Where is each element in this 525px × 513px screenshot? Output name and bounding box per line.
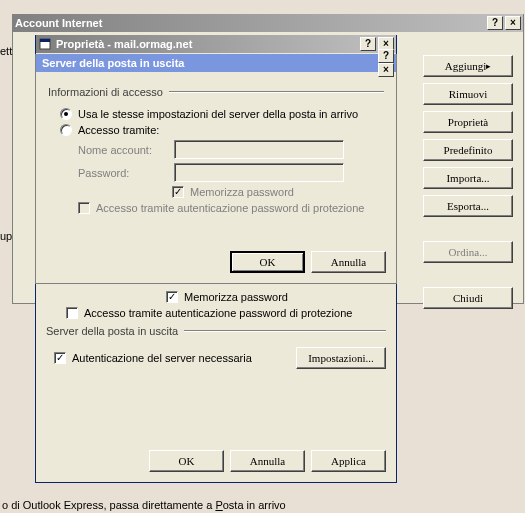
spa-label: Accesso tramite autenticazione password … (96, 202, 364, 214)
smtp-titlebar: Server della posta in uscita ? × (36, 54, 396, 72)
window-icon (38, 37, 52, 51)
logon-using-radio[interactable] (60, 124, 72, 136)
spa-label: Accesso tramite autenticazione password … (84, 307, 352, 319)
remember-password-checkbox[interactable] (166, 291, 178, 303)
account-name-field (174, 140, 344, 159)
account-sidebar: Aggiungi Rimuovi Proprietà Predefinito I… (423, 55, 513, 309)
properties-titlebar: Proprietà - mail.ormag.net ? × (36, 35, 396, 53)
remember-password-checkbox (172, 186, 184, 198)
help-icon[interactable]: ? (487, 16, 503, 30)
fragment-text: ett (0, 45, 12, 57)
account-internet-title: Account Internet (15, 17, 487, 29)
import-button[interactable]: Importa... (423, 167, 513, 189)
auth-required-label: Autenticazione del server necessaria (72, 352, 252, 364)
properties-button[interactable]: Proprietà (423, 111, 513, 133)
close-icon[interactable]: × (505, 16, 521, 30)
fragment-text: up (0, 230, 12, 242)
account-internet-titlebar: Account Internet ? × (13, 14, 523, 32)
outgoing-group-label: Server della posta in uscita (46, 325, 178, 337)
spa-checkbox (78, 202, 90, 214)
footer-text: o di Outlook Express, passa direttamente… (2, 499, 286, 511)
logon-using-label: Accesso tramite: (78, 124, 159, 136)
properties-title: Proprietà - mail.ormag.net (56, 38, 360, 50)
smtp-title: Server della posta in uscita (42, 57, 378, 69)
group-line (169, 91, 384, 93)
ok-button[interactable]: OK (149, 450, 224, 472)
logon-info-label: Informazioni di accesso (48, 86, 163, 98)
cancel-button[interactable]: Annulla (311, 251, 386, 273)
password-label: Password: (78, 167, 168, 179)
settings-button[interactable]: Impostazioni... (296, 347, 386, 369)
group-line (184, 330, 386, 332)
cancel-button[interactable]: Annulla (230, 450, 305, 472)
help-icon[interactable]: ? (360, 37, 376, 51)
add-button[interactable]: Aggiungi (423, 55, 513, 77)
ok-button[interactable]: OK (230, 251, 305, 273)
close-button[interactable]: Chiudi (423, 287, 513, 309)
remove-button[interactable]: Rimuovi (423, 83, 513, 105)
close-icon[interactable]: × (378, 63, 394, 77)
spa-checkbox[interactable] (66, 307, 78, 319)
use-same-radio[interactable] (60, 108, 72, 120)
inbox-link-rest[interactable]: osta in arrivo (223, 499, 286, 511)
remember-password-label: Memorizza password (190, 186, 294, 198)
account-name-label: Nome account: (78, 144, 168, 156)
use-same-label: Usa le stesse impostazioni del server de… (78, 108, 358, 120)
auth-required-checkbox[interactable] (54, 352, 66, 364)
svg-rect-1 (40, 39, 50, 42)
order-button[interactable]: Ordina... (423, 241, 513, 263)
apply-button[interactable]: Applica (311, 450, 386, 472)
remember-password-label: Memorizza password (184, 291, 288, 303)
help-icon[interactable]: ? (378, 49, 394, 63)
password-field (174, 163, 344, 182)
inbox-link-letter[interactable]: P (215, 499, 222, 511)
smtp-dialog: Server della posta in uscita ? × Informa… (35, 54, 397, 284)
export-button[interactable]: Esporta... (423, 195, 513, 217)
default-button[interactable]: Predefinito (423, 139, 513, 161)
